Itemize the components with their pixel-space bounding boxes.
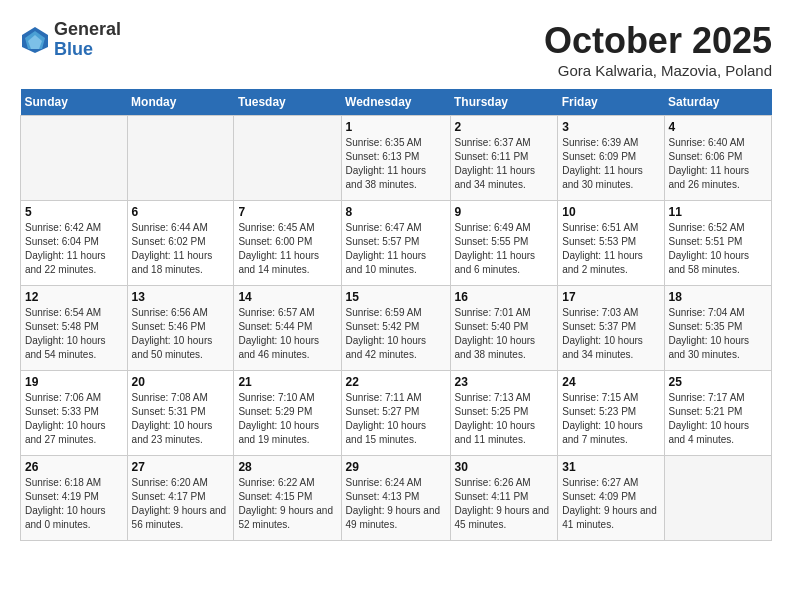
- day-number: 1: [346, 120, 446, 134]
- day-info: Sunrise: 7:17 AM Sunset: 5:21 PM Dayligh…: [669, 391, 768, 447]
- table-row: 10Sunrise: 6:51 AM Sunset: 5:53 PM Dayli…: [558, 201, 664, 286]
- day-number: 24: [562, 375, 659, 389]
- day-info: Sunrise: 7:13 AM Sunset: 5:25 PM Dayligh…: [455, 391, 554, 447]
- day-info: Sunrise: 6:54 AM Sunset: 5:48 PM Dayligh…: [25, 306, 123, 362]
- table-row: 12Sunrise: 6:54 AM Sunset: 5:48 PM Dayli…: [21, 286, 128, 371]
- table-row: 30Sunrise: 6:26 AM Sunset: 4:11 PM Dayli…: [450, 456, 558, 541]
- table-row: 8Sunrise: 6:47 AM Sunset: 5:57 PM Daylig…: [341, 201, 450, 286]
- day-number: 9: [455, 205, 554, 219]
- table-row: 19Sunrise: 7:06 AM Sunset: 5:33 PM Dayli…: [21, 371, 128, 456]
- day-info: Sunrise: 6:26 AM Sunset: 4:11 PM Dayligh…: [455, 476, 554, 532]
- day-info: Sunrise: 6:47 AM Sunset: 5:57 PM Dayligh…: [346, 221, 446, 277]
- day-number: 5: [25, 205, 123, 219]
- day-number: 8: [346, 205, 446, 219]
- day-info: Sunrise: 6:35 AM Sunset: 6:13 PM Dayligh…: [346, 136, 446, 192]
- day-number: 6: [132, 205, 230, 219]
- table-row: 11Sunrise: 6:52 AM Sunset: 5:51 PM Dayli…: [664, 201, 772, 286]
- table-row: 17Sunrise: 7:03 AM Sunset: 5:37 PM Dayli…: [558, 286, 664, 371]
- table-row: 2Sunrise: 6:37 AM Sunset: 6:11 PM Daylig…: [450, 116, 558, 201]
- day-info: Sunrise: 6:52 AM Sunset: 5:51 PM Dayligh…: [669, 221, 768, 277]
- calendar-week-row: 5Sunrise: 6:42 AM Sunset: 6:04 PM Daylig…: [21, 201, 772, 286]
- day-info: Sunrise: 7:06 AM Sunset: 5:33 PM Dayligh…: [25, 391, 123, 447]
- table-row: 29Sunrise: 6:24 AM Sunset: 4:13 PM Dayli…: [341, 456, 450, 541]
- calendar-week-row: 26Sunrise: 6:18 AM Sunset: 4:19 PM Dayli…: [21, 456, 772, 541]
- table-row: 23Sunrise: 7:13 AM Sunset: 5:25 PM Dayli…: [450, 371, 558, 456]
- day-number: 2: [455, 120, 554, 134]
- day-number: 30: [455, 460, 554, 474]
- header-friday: Friday: [558, 89, 664, 116]
- table-row: [127, 116, 234, 201]
- weekday-header-row: Sunday Monday Tuesday Wednesday Thursday…: [21, 89, 772, 116]
- table-row: 3Sunrise: 6:39 AM Sunset: 6:09 PM Daylig…: [558, 116, 664, 201]
- table-row: [21, 116, 128, 201]
- calendar-table: Sunday Monday Tuesday Wednesday Thursday…: [20, 89, 772, 541]
- header-tuesday: Tuesday: [234, 89, 341, 116]
- header-sunday: Sunday: [21, 89, 128, 116]
- day-info: Sunrise: 6:42 AM Sunset: 6:04 PM Dayligh…: [25, 221, 123, 277]
- day-info: Sunrise: 6:59 AM Sunset: 5:42 PM Dayligh…: [346, 306, 446, 362]
- table-row: 26Sunrise: 6:18 AM Sunset: 4:19 PM Dayli…: [21, 456, 128, 541]
- day-number: 11: [669, 205, 768, 219]
- day-number: 13: [132, 290, 230, 304]
- calendar-week-row: 12Sunrise: 6:54 AM Sunset: 5:48 PM Dayli…: [21, 286, 772, 371]
- table-row: 16Sunrise: 7:01 AM Sunset: 5:40 PM Dayli…: [450, 286, 558, 371]
- day-number: 18: [669, 290, 768, 304]
- day-info: Sunrise: 6:57 AM Sunset: 5:44 PM Dayligh…: [238, 306, 336, 362]
- calendar-week-row: 19Sunrise: 7:06 AM Sunset: 5:33 PM Dayli…: [21, 371, 772, 456]
- table-row: [664, 456, 772, 541]
- day-info: Sunrise: 6:37 AM Sunset: 6:11 PM Dayligh…: [455, 136, 554, 192]
- table-row: 9Sunrise: 6:49 AM Sunset: 5:55 PM Daylig…: [450, 201, 558, 286]
- day-number: 20: [132, 375, 230, 389]
- day-info: Sunrise: 6:40 AM Sunset: 6:06 PM Dayligh…: [669, 136, 768, 192]
- day-number: 27: [132, 460, 230, 474]
- title-block: October 2025 Gora Kalwaria, Mazovia, Pol…: [544, 20, 772, 79]
- day-number: 10: [562, 205, 659, 219]
- day-info: Sunrise: 6:49 AM Sunset: 5:55 PM Dayligh…: [455, 221, 554, 277]
- day-number: 21: [238, 375, 336, 389]
- table-row: 1Sunrise: 6:35 AM Sunset: 6:13 PM Daylig…: [341, 116, 450, 201]
- day-number: 23: [455, 375, 554, 389]
- table-row: [234, 116, 341, 201]
- day-number: 19: [25, 375, 123, 389]
- day-number: 7: [238, 205, 336, 219]
- table-row: 25Sunrise: 7:17 AM Sunset: 5:21 PM Dayli…: [664, 371, 772, 456]
- day-info: Sunrise: 6:44 AM Sunset: 6:02 PM Dayligh…: [132, 221, 230, 277]
- day-number: 15: [346, 290, 446, 304]
- header-wednesday: Wednesday: [341, 89, 450, 116]
- table-row: 31Sunrise: 6:27 AM Sunset: 4:09 PM Dayli…: [558, 456, 664, 541]
- day-info: Sunrise: 7:15 AM Sunset: 5:23 PM Dayligh…: [562, 391, 659, 447]
- header-saturday: Saturday: [664, 89, 772, 116]
- day-info: Sunrise: 6:39 AM Sunset: 6:09 PM Dayligh…: [562, 136, 659, 192]
- day-info: Sunrise: 6:27 AM Sunset: 4:09 PM Dayligh…: [562, 476, 659, 532]
- header-thursday: Thursday: [450, 89, 558, 116]
- day-info: Sunrise: 6:20 AM Sunset: 4:17 PM Dayligh…: [132, 476, 230, 532]
- subtitle: Gora Kalwaria, Mazovia, Poland: [544, 62, 772, 79]
- table-row: 4Sunrise: 6:40 AM Sunset: 6:06 PM Daylig…: [664, 116, 772, 201]
- table-row: 20Sunrise: 7:08 AM Sunset: 5:31 PM Dayli…: [127, 371, 234, 456]
- table-row: 27Sunrise: 6:20 AM Sunset: 4:17 PM Dayli…: [127, 456, 234, 541]
- day-number: 28: [238, 460, 336, 474]
- page-header: General Blue October 2025 Gora Kalwaria,…: [20, 20, 772, 79]
- table-row: 14Sunrise: 6:57 AM Sunset: 5:44 PM Dayli…: [234, 286, 341, 371]
- day-info: Sunrise: 7:01 AM Sunset: 5:40 PM Dayligh…: [455, 306, 554, 362]
- day-info: Sunrise: 6:22 AM Sunset: 4:15 PM Dayligh…: [238, 476, 336, 532]
- table-row: 18Sunrise: 7:04 AM Sunset: 5:35 PM Dayli…: [664, 286, 772, 371]
- day-info: Sunrise: 6:24 AM Sunset: 4:13 PM Dayligh…: [346, 476, 446, 532]
- logo: General Blue: [20, 20, 121, 60]
- day-number: 17: [562, 290, 659, 304]
- logo-icon: [20, 25, 50, 55]
- table-row: 28Sunrise: 6:22 AM Sunset: 4:15 PM Dayli…: [234, 456, 341, 541]
- header-monday: Monday: [127, 89, 234, 116]
- table-row: 15Sunrise: 6:59 AM Sunset: 5:42 PM Dayli…: [341, 286, 450, 371]
- day-info: Sunrise: 7:08 AM Sunset: 5:31 PM Dayligh…: [132, 391, 230, 447]
- table-row: 5Sunrise: 6:42 AM Sunset: 6:04 PM Daylig…: [21, 201, 128, 286]
- day-info: Sunrise: 6:51 AM Sunset: 5:53 PM Dayligh…: [562, 221, 659, 277]
- day-info: Sunrise: 6:45 AM Sunset: 6:00 PM Dayligh…: [238, 221, 336, 277]
- day-number: 25: [669, 375, 768, 389]
- day-info: Sunrise: 7:10 AM Sunset: 5:29 PM Dayligh…: [238, 391, 336, 447]
- logo-general: General: [54, 20, 121, 40]
- day-number: 22: [346, 375, 446, 389]
- day-number: 14: [238, 290, 336, 304]
- logo-text: General Blue: [54, 20, 121, 60]
- table-row: 21Sunrise: 7:10 AM Sunset: 5:29 PM Dayli…: [234, 371, 341, 456]
